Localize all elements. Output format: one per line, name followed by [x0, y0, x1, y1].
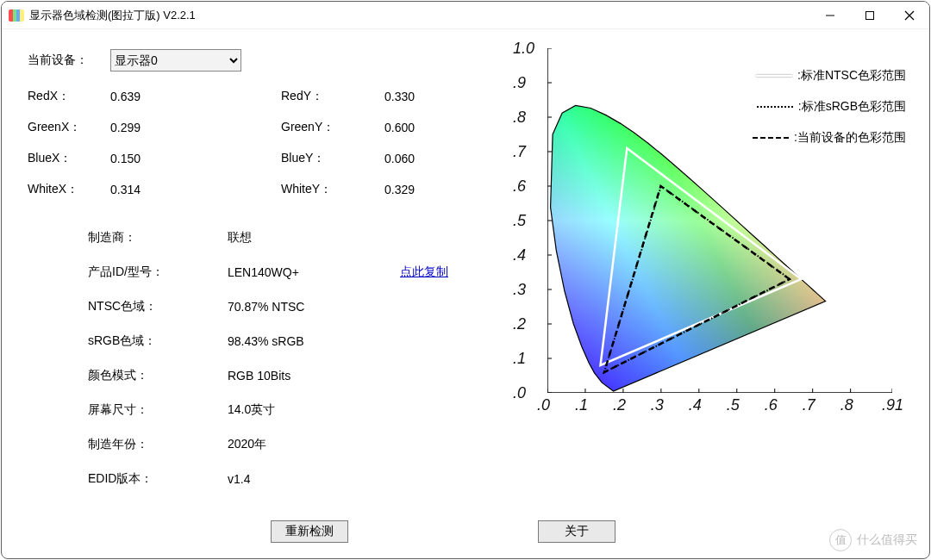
maximize-button[interactable]: [850, 2, 890, 29]
pid-label: 产品ID/型号：: [88, 264, 228, 280]
chart-legend: :标准NTSC色彩范围 :标准sRGB色彩范围 :当前设备的色彩范围: [753, 60, 906, 153]
xtick: .5: [727, 396, 740, 414]
ytick: .6: [513, 177, 526, 196]
watermark-icon: 值: [829, 529, 852, 551]
maker-label: 制造商：: [88, 230, 228, 246]
close-button[interactable]: [890, 2, 929, 29]
ytick: .7: [513, 143, 526, 161]
whitey-label: WhiteY：: [281, 182, 384, 197]
maker-value: 联想: [228, 230, 400, 246]
greeny-label: GreenY：: [281, 120, 384, 135]
srgb-value: 98.43% sRGB: [228, 334, 400, 348]
edid-value: v1.4: [228, 472, 400, 486]
greeny-value: 0.600: [384, 121, 462, 134]
content-area: 当前设备： 显示器0 RedX： 0.639 RedY： 0.330 Green…: [2, 29, 929, 505]
device-row: 当前设备： 显示器0: [28, 45, 497, 76]
ytick: .1: [513, 350, 526, 368]
chart-panel: .0.1.2.3.4.5.6.7.8.91.0 .0.1.2.3.4.5.6.7…: [506, 45, 911, 496]
cie-chart: .0.1.2.3.4.5.6.7.8.91.0 .0.1.2.3.4.5.6.7…: [506, 45, 911, 432]
ntsc-label: NTSC色域：: [88, 299, 228, 314]
watermark: 值 什么值得买: [829, 529, 917, 551]
size-label: 屏幕尺寸：: [88, 402, 228, 418]
xtick: .2: [613, 396, 626, 414]
redy-label: RedY：: [281, 89, 384, 104]
whitey-value: 0.329: [384, 183, 462, 196]
xtick: .7: [803, 396, 815, 414]
redx-label: RedX：: [28, 89, 110, 104]
device-select[interactable]: 显示器0: [110, 49, 241, 72]
copy-link[interactable]: 点此复制: [400, 264, 448, 280]
whitex-value: 0.314: [110, 183, 281, 196]
ytick: .9: [513, 74, 526, 92]
bluey-label: BlueY：: [281, 151, 384, 166]
ytick: .3: [513, 281, 526, 299]
greenx-label: GreenX：: [28, 120, 110, 135]
srgb-label: sRGB色域：: [88, 333, 228, 349]
greenx-value: 0.299: [110, 121, 281, 134]
legend-device: :当前设备的色彩范围: [794, 130, 906, 146]
ytick: .4: [513, 246, 526, 264]
year-value: 2020年: [228, 437, 400, 452]
xtick: .8: [840, 396, 853, 414]
window-title: 显示器色域检测(图拉丁版) V2.2.1: [29, 8, 196, 23]
ytick: .8: [513, 109, 526, 127]
ntsc-value: 70.87% NTSC: [228, 300, 400, 314]
bluex-value: 0.150: [110, 152, 281, 165]
watermark-text: 什么值得买: [857, 532, 917, 548]
ytick: .0: [513, 384, 526, 402]
svg-rect-1: [866, 11, 874, 19]
pid-value: LEN140WQ+: [228, 265, 400, 279]
ytick: .5: [513, 212, 526, 230]
mode-label: 颜色模式：: [88, 368, 228, 383]
bluex-label: BlueX：: [28, 151, 110, 166]
year-label: 制造年份：: [88, 437, 228, 452]
xtick: .91: [882, 396, 903, 414]
xtick: .3: [651, 396, 664, 414]
minimize-button[interactable]: [810, 2, 850, 29]
legend-srgb: :标准sRGB色彩范围: [798, 99, 906, 115]
mode-value: RGB 10Bits: [228, 369, 400, 383]
whitex-label: WhiteX：: [28, 182, 110, 197]
left-panel: 当前设备： 显示器0 RedX： 0.639 RedY： 0.330 Green…: [28, 45, 497, 496]
titlebar: 显示器色域检测(图拉丁版) V2.2.1: [2, 2, 929, 29]
coordinates-block: RedX： 0.639 RedY： 0.330 GreenX： 0.299 Gr…: [28, 81, 497, 205]
app-window: 显示器色域检测(图拉丁版) V2.2.1 当前设备： 显示器0 RedX： 0.…: [1, 1, 930, 559]
xtick: .4: [689, 396, 702, 414]
redy-value: 0.330: [384, 90, 462, 103]
ytick: .2: [513, 315, 526, 333]
edid-label: EDID版本：: [88, 471, 228, 487]
details-block: 制造商： 联想 产品ID/型号： LEN140WQ+ 点此复制 NTSC色域： …: [88, 221, 497, 496]
bluey-value: 0.060: [384, 152, 462, 165]
redetect-button[interactable]: 重新检测: [271, 520, 348, 543]
ytick: 1.0: [513, 40, 534, 58]
legend-ntsc: :标准NTSC色彩范围: [797, 68, 906, 84]
redx-value: 0.639: [110, 90, 281, 103]
app-icon: [9, 9, 24, 22]
device-label: 当前设备：: [28, 53, 110, 68]
size-value: 14.0英寸: [228, 402, 400, 418]
xtick: .6: [765, 396, 778, 414]
xtick: .1: [575, 396, 588, 414]
about-button[interactable]: 关于: [538, 520, 615, 543]
xtick: .0: [537, 396, 550, 414]
